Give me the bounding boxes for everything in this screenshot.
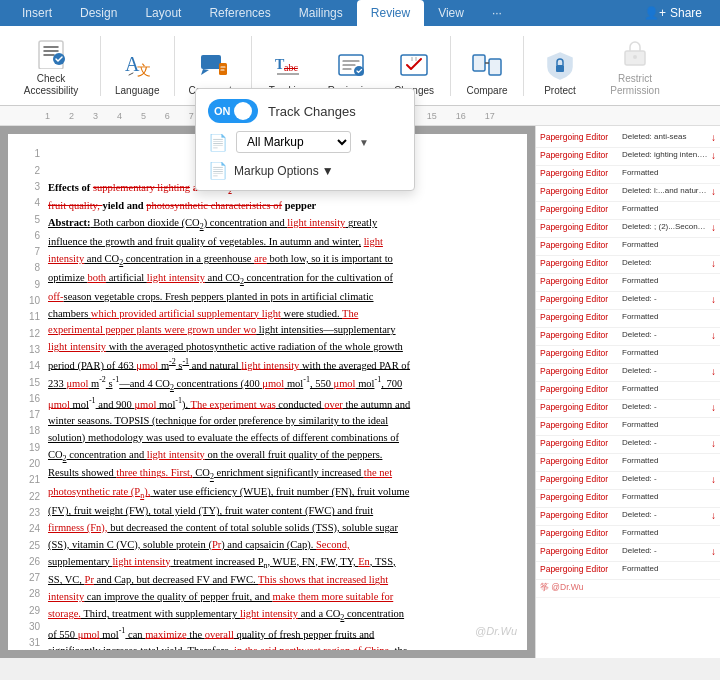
comment-item: Papergoing Editor Formatted <box>536 562 720 580</box>
doc-line-10: chambers which provided artificial suppl… <box>48 306 512 323</box>
tab-layout[interactable]: Layout <box>131 0 195 26</box>
doc-line-5: Abstract: Both carbon dioxide (CO2) conc… <box>48 215 512 234</box>
svg-rect-6 <box>219 63 227 75</box>
doc-line-8: optimize both artificial light intensity… <box>48 270 512 289</box>
comment-item: Papergoing Editor Formatted <box>536 310 720 328</box>
doc-line-20: photosynthetic rate (Pn), water use effi… <box>48 484 512 503</box>
check-accessibility-label: Check Accessibility <box>16 73 86 97</box>
doc-line-28: of 550 μmol mol-1 can maximize the overa… <box>48 625 512 643</box>
comment-item: Papergoing Editor Formatted <box>536 526 720 544</box>
doc-line-29: significantly increase total yield. Ther… <box>48 643 512 650</box>
track-changes-popup: ON Track Changes 📄 All Markup Simple Mar… <box>195 88 415 191</box>
compare-icon <box>469 47 505 83</box>
doc-line-23: (SS), vitamin C (VC), soluble protein (P… <box>48 537 512 554</box>
svg-rect-12 <box>473 55 485 71</box>
markup-options-icon: 📄 <box>208 161 228 180</box>
markup-options-row: 📄 Markup Options ▼ <box>208 161 402 180</box>
share-button[interactable]: 👤+ Share <box>634 0 712 26</box>
tab-view[interactable]: View <box>424 0 478 26</box>
check-accessibility-icon <box>33 35 69 71</box>
comments-panel: Papergoing Editor Deleted: anti-seas ↓ P… <box>535 126 720 658</box>
doc-line-25: SS, VC, Pr and Cap, but decreased FV and… <box>48 572 512 589</box>
svg-rect-14 <box>556 65 564 72</box>
changes-icon <box>396 47 432 83</box>
doc-line-22: firmness (Fn), but decreased the content… <box>48 520 512 537</box>
tab-references[interactable]: References <box>195 0 284 26</box>
svg-marker-5 <box>201 69 209 75</box>
tab-mailings[interactable]: Mailings <box>285 0 357 26</box>
svg-point-16 <box>633 55 637 59</box>
markup-select-row: 📄 All Markup Simple Markup No Markup Ori… <box>208 131 402 153</box>
markup-dropdown-arrow: ▼ <box>359 137 369 148</box>
doc-line-21: (FV), fruit weight (FW), total yield (TY… <box>48 503 512 520</box>
protect-label: Protect <box>544 85 576 97</box>
comment-item: Papergoing Editor Deleted: - ↓ <box>536 508 720 526</box>
comment-item: Papergoing Editor Deleted: anti-seas ↓ <box>536 130 720 148</box>
divider-4 <box>450 36 451 96</box>
comment-item: 筝 @Dr.Wu <box>536 580 720 598</box>
comment-item: Papergoing Editor Deleted: ighting inten… <box>536 148 720 166</box>
track-changes-toggle[interactable]: ON <box>208 99 258 123</box>
comment-item: Papergoing Editor Deleted: - ↓ <box>536 436 720 454</box>
markup-options-chevron: ▼ <box>322 164 334 178</box>
markup-doc-icon: 📄 <box>208 133 228 152</box>
doc-line-27: storage. Third, treatment with supplemen… <box>48 606 512 625</box>
tracking-icon: T abc <box>270 47 306 83</box>
comment-item: Papergoing Editor Formatted <box>536 490 720 508</box>
doc-line-4: fruit quality, yield and photosynthetic … <box>48 198 512 215</box>
document-container: 1 2 3 4 5 6 7 8 9 10 11 12 13 14 15 16 1… <box>0 126 720 658</box>
divider-2 <box>174 36 175 96</box>
doc-line-11: experimental pepper plants were grown un… <box>48 322 512 339</box>
tab-more[interactable]: ··· <box>478 0 516 26</box>
doc-line-7: intensity and CO2 concentration in a gre… <box>48 251 512 270</box>
doc-line-12: light intensity with the averaged photos… <box>48 339 512 356</box>
check-accessibility-tool[interactable]: Check Accessibility <box>8 31 94 101</box>
doc-line-16: winter seasons. TOPSIS (technique for or… <box>48 413 512 430</box>
compare-tool[interactable]: Compare <box>457 43 517 101</box>
comment-item: Papergoing Editor Deleted: - ↓ <box>536 400 720 418</box>
protect-icon <box>542 47 578 83</box>
tab-bar: Insert Design Layout References Mailings… <box>0 0 720 26</box>
svg-text:abc: abc <box>284 62 298 73</box>
doc-line-13: period (PAR) of 463 μmol m-2 s-1 and nat… <box>48 356 512 374</box>
doc-line-17: solution) methodology was used to evalua… <box>48 430 512 447</box>
document-content: Effects of supplementary lighting and CO… <box>48 146 512 650</box>
comment-item: Papergoing Editor Formatted <box>536 346 720 364</box>
tab-design[interactable]: Design <box>66 0 131 26</box>
restrict-permission-tool: Restrict Permission <box>592 31 678 101</box>
doc-line-9: off-season vegetable crops. Fresh pepper… <box>48 289 512 306</box>
comment-item: Papergoing Editor Deleted: ↓ <box>536 256 720 274</box>
person-icon: 👤+ <box>644 6 666 20</box>
comment-item: Papergoing Editor Formatted <box>536 382 720 400</box>
comment-item: Papergoing Editor Deleted: l:...and natu… <box>536 184 720 202</box>
markup-options-button[interactable]: Markup Options ▼ <box>234 164 334 178</box>
comment-item: Papergoing Editor Deleted: - ↓ <box>536 472 720 490</box>
watermark: @Dr.Wu <box>475 623 517 640</box>
svg-rect-13 <box>489 59 501 75</box>
document-page[interactable]: 1 2 3 4 5 6 7 8 9 10 11 12 13 14 15 16 1… <box>8 134 527 650</box>
restrict-permission-label: Restrict Permission <box>600 73 670 97</box>
divider-3 <box>251 36 252 96</box>
comment-item: Papergoing Editor Formatted <box>536 202 720 220</box>
svg-rect-4 <box>201 55 221 69</box>
comment-item: Papergoing Editor Formatted <box>536 274 720 292</box>
toggle-slider: ON <box>208 99 258 123</box>
language-tool[interactable]: A 文 Language <box>107 43 168 101</box>
comment-item: Papergoing Editor Deleted: - ↓ <box>536 328 720 346</box>
language-label: Language <box>115 85 160 97</box>
markup-dropdown[interactable]: All Markup Simple Markup No Markup Origi… <box>236 131 351 153</box>
doc-line-15: μmol mol-1 and 900 μmol mol-1). The expe… <box>48 395 512 413</box>
compare-label: Compare <box>466 85 507 97</box>
doc-line-18: CO2 concentration and light intensity on… <box>48 447 512 466</box>
comments-icon <box>195 47 231 83</box>
doc-line-19: Results showed three things. First, CO2 … <box>48 465 512 484</box>
protect-tool[interactable]: Protect <box>530 43 590 101</box>
reviewing-icon <box>333 47 369 83</box>
tab-insert[interactable]: Insert <box>8 0 66 26</box>
doc-line-6: influence the growth and fruit quality o… <box>48 234 512 251</box>
comment-item: Papergoing Editor Deleted: - ↓ <box>536 364 720 382</box>
tab-review[interactable]: Review <box>357 0 424 26</box>
comment-item: Papergoing Editor Deleted: - ↓ <box>536 292 720 310</box>
comment-item: Papergoing Editor Deleted: - ↓ <box>536 544 720 562</box>
restrict-permission-icon <box>617 35 653 71</box>
